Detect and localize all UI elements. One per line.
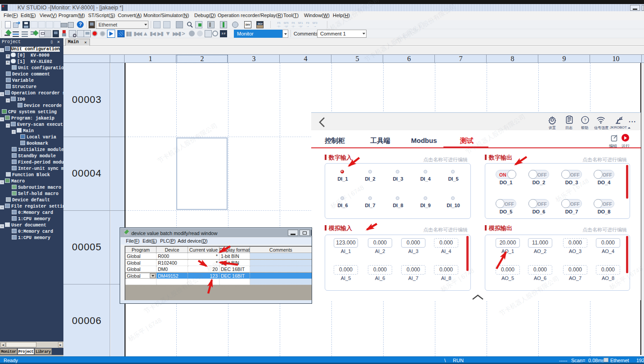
svg-text:?: ? <box>584 118 586 122</box>
